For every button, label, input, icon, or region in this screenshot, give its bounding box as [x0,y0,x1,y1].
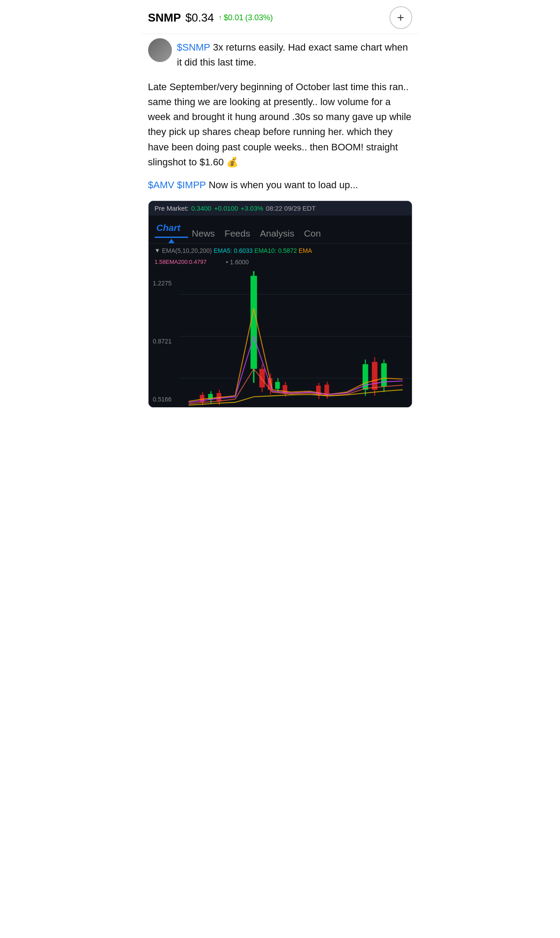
first-line-text: 3x returns easily. Had exact same chart … [177,42,408,68]
avatar-image [148,38,172,62]
price-label-low: 0.5166 [153,396,172,403]
price-label-mid: 0.8721 [153,338,172,345]
topbar-pct: +3.03% [241,204,263,212]
footer-text: Now is when you want to load up... [206,179,358,190]
price-label-high: 1.2275 [153,280,172,287]
topbar-label: Pre Market: [155,204,189,212]
add-button[interactable]: + [389,6,412,29]
header-left: SNMP $0.34 ↑ $0.01 (3.03%) [148,11,273,25]
price-high-label: • [226,259,228,266]
tab-analysis[interactable]: Analysis [258,225,302,243]
footer-tickers[interactable]: $AMV $IMPP [148,179,206,190]
change-pct: (3.03%) [245,13,273,22]
ema5-label: EMA5: [214,247,232,254]
candlestick-svg [179,266,412,407]
post-footer-line: $AMV $IMPP Now is when you want to load … [148,178,412,193]
first-line-ticker[interactable]: $SNMP [177,42,211,53]
tab-news[interactable]: News [190,225,223,243]
ema10-label: EMA10: [255,247,276,254]
svg-rect-13 [275,382,280,389]
chart-container: Pre Market: 0.3400 +0.0100 +3.03% 08:22 … [148,201,412,408]
price-high-val: 1.6000 [230,259,249,266]
ema5-val: 0.6033 [234,247,253,254]
header-bar: SNMP $0.34 ↑ $0.01 (3.03%) + [140,0,420,34]
ema-label: EMA(5,10,20,200) [162,247,212,254]
svg-rect-22 [324,385,329,395]
body-text: Late September/very beginning of October… [148,81,411,167]
svg-rect-4 [250,276,257,369]
tab-feeds[interactable]: Feeds [223,225,258,243]
tab-con[interactable]: Con [302,225,329,243]
topbar-time: 08:22 09/29 EDT [266,204,316,212]
avatar [148,38,172,62]
price-labels: 1.2275 0.8721 0.5166 [153,266,172,407]
svg-rect-31 [381,363,387,387]
svg-rect-28 [372,362,378,390]
topbar-price: 0.3400 [191,204,211,212]
tab-chart-indicator [168,239,175,243]
price-main: $0.34 [185,11,214,25]
post-header: $SNMP 3x returns easily. Had exact same … [148,38,412,70]
chart-body: 1.2275 0.8721 0.5166 [149,266,412,407]
change-amount: $0.01 [224,13,244,22]
ema-dropdown-icon: ▼ [155,247,160,254]
ema-extra-line: 1.58EMA200:0.4797 [155,259,207,265]
arrow-up-icon: ↑ [218,14,222,22]
chart-topbar: Pre Market: 0.3400 +0.0100 +3.03% 08:22 … [149,201,412,215]
ema-bar: ▼ EMA(5,10,20,200) EMA5:0.6033 EMA10:0.5… [149,244,412,258]
post-first-line: $SNMP 3x returns easily. Had exact same … [177,40,412,70]
ema10-val: 0.5872 [278,247,297,254]
tab-chart[interactable]: Chart [155,219,189,237]
ema-bar-second: 1.58EMA200:0.4797 • 1.6000 [149,258,412,266]
ema-extra: EMA [298,247,312,254]
topbar-change: +0.0100 [214,204,238,212]
chart-tabs: Chart News Feeds Analysis Con [149,215,412,244]
price-change: ↑ $0.01 (3.03%) [218,13,273,22]
svg-rect-7 [259,369,265,387]
ticker-symbol: SNMP [148,11,181,25]
post-body-text: Late September/very beginning of October… [148,80,412,170]
post-container: $SNMP 3x returns easily. Had exact same … [140,34,420,408]
